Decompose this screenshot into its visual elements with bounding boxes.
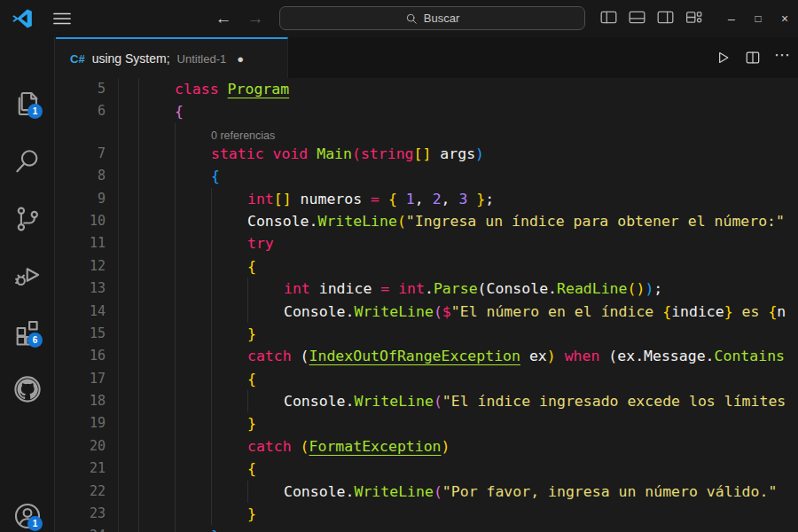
line-number: 5 bbox=[56, 78, 118, 100]
toggle-sidebar-icon[interactable] bbox=[599, 8, 618, 27]
close-button[interactable]: × bbox=[771, 0, 798, 37]
tab-title: using System; bbox=[92, 51, 170, 66]
back-arrow-icon[interactable]: ← bbox=[211, 6, 236, 31]
activity-bar: 1 6 bbox=[0, 37, 55, 532]
run-debug-icon[interactable] bbox=[12, 260, 43, 290]
code-line: 15} bbox=[56, 323, 798, 345]
line-number: 19 bbox=[56, 412, 118, 434]
code-line: 24} bbox=[56, 525, 798, 532]
code-line: 9int[] numeros = { 1, 2, 3 }; bbox=[56, 188, 798, 210]
explorer-icon[interactable]: 1 bbox=[12, 89, 43, 119]
forward-arrow-icon: → bbox=[243, 6, 268, 31]
code-line: 13int indice = int.Parse(Console.ReadLin… bbox=[56, 278, 798, 300]
customize-layout-icon[interactable] bbox=[685, 8, 703, 27]
code-line: 12{ bbox=[56, 255, 798, 278]
line-number: 18 bbox=[56, 390, 118, 412]
title-bar: ← → Buscar – □ bbox=[0, 0, 798, 37]
line-number: 24 bbox=[56, 525, 118, 532]
minimize-button[interactable]: – bbox=[718, 0, 745, 37]
line-number: 7 bbox=[56, 143, 118, 165]
tab-untitled-1[interactable]: C# using System; Untitled-1 ● bbox=[56, 37, 288, 78]
code-line: 5class Program bbox=[56, 78, 798, 100]
code-line: 6{ bbox=[56, 100, 798, 122]
extensions-badge: 6 bbox=[27, 332, 43, 348]
code-line: 22Console.WriteLine("Por favor, ingresa … bbox=[56, 481, 798, 503]
code-line: 23} bbox=[56, 503, 798, 525]
line-number: 6 bbox=[56, 100, 118, 122]
source-control-icon[interactable] bbox=[12, 204, 43, 234]
accounts-icon[interactable]: 1 bbox=[12, 501, 43, 531]
code-line: 18Console.WriteLine("El índice ingresado… bbox=[56, 390, 798, 412]
toggle-secondary-sidebar-icon[interactable] bbox=[656, 8, 675, 27]
search-input[interactable]: Buscar bbox=[279, 6, 585, 30]
line-number: 10 bbox=[56, 210, 118, 232]
maximize-button[interactable]: □ bbox=[745, 0, 771, 37]
line-number: 17 bbox=[56, 368, 118, 390]
code-line: 8{ bbox=[56, 165, 798, 187]
line-number: 9 bbox=[56, 188, 118, 210]
more-actions-icon[interactable]: ⋯ bbox=[774, 45, 791, 70]
line-number: 12 bbox=[56, 255, 118, 278]
code-line: 10Console.WriteLine("Ingresa un índice p… bbox=[56, 210, 798, 232]
line-number: 14 bbox=[56, 301, 118, 323]
line-number: 22 bbox=[56, 481, 118, 503]
codelens-row[interactable]: 0 referencias bbox=[56, 123, 798, 143]
line-number: 20 bbox=[56, 435, 118, 458]
line-number: 15 bbox=[56, 323, 118, 345]
code-line: 11try bbox=[56, 232, 798, 254]
line-number: 13 bbox=[56, 278, 118, 300]
extensions-icon[interactable]: 6 bbox=[12, 317, 43, 348]
code-line: 7static void Main(string[] args) bbox=[56, 143, 798, 165]
search-placeholder: Buscar bbox=[424, 12, 459, 25]
explorer-badge: 1 bbox=[27, 104, 43, 119]
tab-bar: C# using System; Untitled-1 ● ⋯ bbox=[56, 37, 798, 78]
code-lines: 5class Program6{0 referencias7static voi… bbox=[56, 78, 798, 532]
code-line: 20catch (FormatException) bbox=[56, 435, 798, 458]
github-icon[interactable] bbox=[12, 374, 43, 404]
line-number bbox=[56, 123, 118, 143]
run-button[interactable] bbox=[714, 49, 732, 66]
line-number: 8 bbox=[56, 165, 118, 187]
vscode-logo-icon bbox=[11, 7, 34, 30]
code-line: 14Console.WriteLine($"El número en el ín… bbox=[56, 301, 798, 323]
split-editor-icon[interactable] bbox=[744, 49, 762, 66]
code-line: 21{ bbox=[56, 458, 798, 480]
modified-dot-icon[interactable]: ● bbox=[237, 52, 244, 66]
line-number: 11 bbox=[56, 232, 118, 254]
vscode-window: ← → Buscar – □ bbox=[0, 0, 798, 532]
code-editor[interactable]: 5class Program6{0 referencias7static voi… bbox=[56, 78, 798, 532]
code-line: 17{ bbox=[56, 368, 798, 390]
search-icon bbox=[405, 12, 418, 25]
accounts-badge: 1 bbox=[27, 516, 43, 531]
line-number: 23 bbox=[56, 503, 118, 525]
csharp-file-icon: C# bbox=[70, 52, 85, 66]
toggle-panel-icon[interactable] bbox=[628, 8, 646, 27]
search-sidebar-icon[interactable] bbox=[12, 146, 43, 176]
tab-filename: Untitled-1 bbox=[177, 52, 227, 66]
code-line: 19} bbox=[56, 412, 798, 434]
line-number: 21 bbox=[56, 458, 118, 480]
code-line: 16catch (IndexOutOfRangeException ex) wh… bbox=[56, 345, 798, 367]
line-number: 16 bbox=[56, 345, 118, 367]
menu-hamburger-icon[interactable] bbox=[50, 8, 74, 29]
